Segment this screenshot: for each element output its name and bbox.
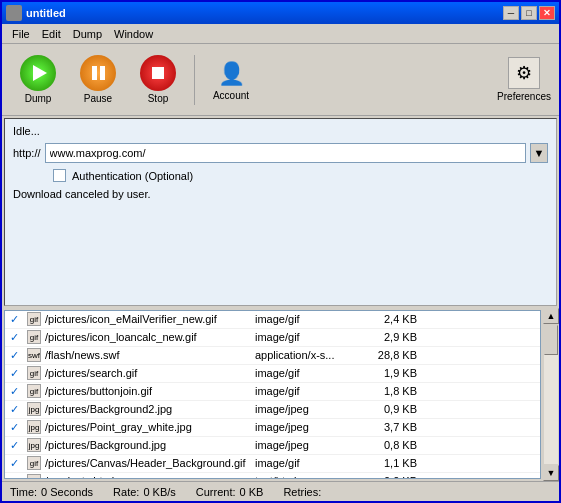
file-status-cell xyxy=(421,318,540,320)
check-cell: ✓ xyxy=(5,348,23,363)
check-cell: ✓ xyxy=(5,312,23,327)
scrollbar-vertical[interactable]: ▲ ▼ xyxy=(543,308,559,482)
table-row[interactable]: ✓ gif /pictures/Canvas/Header_Background… xyxy=(5,455,540,473)
checkmark-icon: ✓ xyxy=(10,385,19,397)
maximize-button[interactable]: □ xyxy=(521,6,537,20)
preferences-area: ⚙ Preferences xyxy=(497,57,551,102)
file-type-cell: text/html xyxy=(251,474,361,478)
retries-label: Retries: xyxy=(283,486,321,498)
checkmark-icon: ✓ xyxy=(10,331,19,343)
menu-edit[interactable]: Edit xyxy=(36,26,67,42)
table-row[interactable]: ✓ gif /pictures/buttonjoin.gif image/gif… xyxy=(5,383,540,401)
play-triangle xyxy=(33,65,47,81)
menu-file[interactable]: File xyxy=(6,26,36,42)
table-row[interactable]: ✓ gif /pictures/icon_loancalc_new.gif im… xyxy=(5,329,540,347)
file-icon-cell: htm xyxy=(23,473,41,478)
file-status-cell xyxy=(421,390,540,392)
check-cell: ✓ xyxy=(5,330,23,345)
close-button[interactable]: ✕ xyxy=(539,6,555,20)
time-segment: Time: 0 Seconds xyxy=(10,486,93,498)
table-row[interactable]: ✓ jpg /pictures/Background2.jpg image/jp… xyxy=(5,401,540,419)
checkmark-icon: ✓ xyxy=(10,421,19,433)
check-cell: ✓ xyxy=(5,474,23,479)
check-cell: ✓ xyxy=(5,420,23,435)
table-row[interactable]: ✓ jpg /pictures/Point_gray_white.jpg ima… xyxy=(5,419,540,437)
checkmark-icon: ✓ xyxy=(10,349,19,361)
file-name-cell: /pictures/icon_eMailVerifier_new.gif xyxy=(41,312,251,326)
file-icon-cell: jpg xyxy=(23,437,41,453)
file-icon-cell: gif xyxy=(23,383,41,399)
file-name-cell: /products.html xyxy=(41,474,251,478)
file-type-cell: image/gif xyxy=(251,384,361,398)
current-segment: Current: 0 KB xyxy=(196,486,264,498)
retries-segment: Retries: xyxy=(283,486,321,498)
file-name-cell: /pictures/search.gif xyxy=(41,366,251,380)
table-row[interactable]: ✓ jpg /pictures/Background.jpg image/jpe… xyxy=(5,437,540,455)
pause-label: Pause xyxy=(84,93,112,104)
stop-icon xyxy=(140,55,176,91)
file-icon-cell: gif xyxy=(23,329,41,345)
menu-window[interactable]: Window xyxy=(108,26,159,42)
file-type-cell: image/gif xyxy=(251,456,361,470)
menu-bar: File Edit Dump Window xyxy=(2,24,559,44)
account-button[interactable]: 👤 Account xyxy=(203,54,259,105)
file-icon: jpg xyxy=(27,420,41,434)
auth-checkbox[interactable] xyxy=(53,169,66,182)
gear-icon: ⚙ xyxy=(516,62,532,84)
file-type-cell: image/jpeg xyxy=(251,402,361,416)
file-type-cell: image/gif xyxy=(251,366,361,380)
file-name-cell: /pictures/buttonjoin.gif xyxy=(41,384,251,398)
file-size-cell: 1,9 KB xyxy=(361,366,421,380)
download-status: Download canceled by user. xyxy=(13,188,548,200)
main-content: Idle... http:// ▼ Authentication (Option… xyxy=(2,116,559,481)
stop-button[interactable]: Stop xyxy=(130,51,186,108)
file-icon: htm xyxy=(27,474,41,478)
scroll-down-button[interactable]: ▼ xyxy=(543,465,559,481)
file-list-container: ✓ gif /pictures/icon_eMailVerifier_new.g… xyxy=(4,310,541,480)
scroll-track[interactable] xyxy=(544,325,558,465)
file-icon-cell: gif xyxy=(23,455,41,471)
file-name-cell: /pictures/Canvas/Header_Background.gif xyxy=(41,456,251,470)
minimize-button[interactable]: ─ xyxy=(503,6,519,20)
table-row[interactable]: ✓ gif /pictures/icon_eMailVerifier_new.g… xyxy=(5,311,540,329)
scroll-up-button[interactable]: ▲ xyxy=(543,308,559,324)
file-name-cell: /pictures/icon_loancalc_new.gif xyxy=(41,330,251,344)
file-list-body[interactable]: ✓ gif /pictures/icon_eMailVerifier_new.g… xyxy=(5,311,540,479)
content-area: Idle... http:// ▼ Authentication (Option… xyxy=(4,118,557,306)
scroll-thumb[interactable] xyxy=(544,325,558,355)
file-icon-cell: swf xyxy=(23,347,41,363)
file-list-wrapper: ✓ gif /pictures/icon_eMailVerifier_new.g… xyxy=(2,308,559,482)
file-status-cell xyxy=(421,354,540,356)
file-status-cell xyxy=(421,444,540,446)
file-size-cell: 1,8 KB xyxy=(361,384,421,398)
table-row[interactable]: ✓ htm /products.html text/html 0,0 KB xyxy=(5,473,540,479)
file-size-cell: 2,4 KB xyxy=(361,312,421,326)
person-icon: 👤 xyxy=(218,61,245,87)
file-icon: gif xyxy=(27,384,41,398)
pause-bar-right xyxy=(100,66,105,80)
title-bar: untitled ─ □ ✕ xyxy=(2,2,559,24)
file-size-cell: 28,8 KB xyxy=(361,348,421,362)
pause-button[interactable]: Pause xyxy=(70,51,126,108)
check-cell: ✓ xyxy=(5,438,23,453)
file-status-cell xyxy=(421,336,540,338)
url-input[interactable] xyxy=(45,143,526,163)
file-status-cell xyxy=(421,408,540,410)
dump-icon xyxy=(20,55,56,91)
url-dropdown-button[interactable]: ▼ xyxy=(530,143,548,163)
window-title: untitled xyxy=(26,7,503,19)
time-label: Time: xyxy=(10,486,37,498)
menu-dump[interactable]: Dump xyxy=(67,26,108,42)
check-cell: ✓ xyxy=(5,402,23,417)
window-controls: ─ □ ✕ xyxy=(503,6,555,20)
dump-button[interactable]: Dump xyxy=(10,51,66,108)
file-size-cell: 0,0 KB xyxy=(361,474,421,478)
table-row[interactable]: ✓ swf /flash/news.swf application/x-s...… xyxy=(5,347,540,365)
file-icon-cell: gif xyxy=(23,311,41,327)
rate-segment: Rate: 0 KB/s xyxy=(113,486,176,498)
file-type-cell: image/jpeg xyxy=(251,420,361,434)
checkmark-icon: ✓ xyxy=(10,367,19,379)
file-icon: gif xyxy=(27,312,41,326)
table-row[interactable]: ✓ gif /pictures/search.gif image/gif 1,9… xyxy=(5,365,540,383)
file-name-cell: /pictures/Point_gray_white.jpg xyxy=(41,420,251,434)
